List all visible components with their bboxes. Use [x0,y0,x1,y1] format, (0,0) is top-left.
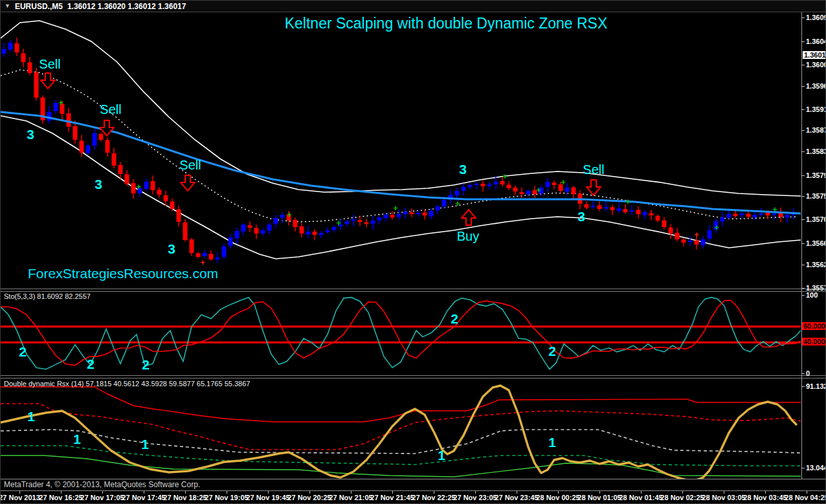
candle-body [254,228,259,234]
pane-splitter[interactable] [1,375,826,378]
candle-body [125,174,129,184]
time-label: 27 Nov 2013 [0,494,40,501]
time-label: 28 Nov 00:25 [536,494,579,501]
candle-body [144,182,149,189]
candle-body [326,230,330,232]
candle-body [196,253,201,257]
candle-body [34,72,39,98]
price-axis-label: 1.35835 [806,148,826,155]
candle-body [436,206,440,210]
price-axis-label: 1.35750 [806,192,826,200]
axis-separator [801,12,802,479]
time-label: 28 Nov 03:05 [702,494,745,501]
candle-body [610,207,615,210]
plus-marker-icon: + [714,223,719,232]
candle-body [397,214,401,217]
time-label: 27 Nov 17:05 [80,494,124,501]
candle-body [99,134,104,140]
candle-body [8,43,13,50]
candle-body [416,213,421,214]
candle-body [235,231,240,238]
candle-body [746,214,751,217]
candle-body [274,218,278,224]
chevron-down-icon[interactable]: ▼ [5,3,10,9]
price-axis-label: 1.35705 [806,215,826,223]
candle-body [21,53,26,62]
plus-marker-icon: + [136,182,141,192]
rsx-upper-dashed-line [1,404,801,450]
candle-body [526,191,531,194]
sto-pane-label: Sto(5,3,3) 81.6092 82.2557 [4,292,91,300]
pane-border [1,479,826,479]
candle-body [740,214,744,215]
plus-marker-icon: + [625,197,631,206]
candle-body [565,188,570,192]
chart-title: Keltner Scalping with double Dynamic Zon… [285,15,608,32]
time-label: 27 Nov 22:25 [412,494,455,501]
candle-body [151,181,155,190]
candle-body [86,146,91,153]
time-label: 27 Nov 16:25 [39,494,82,501]
candle-body [669,228,673,234]
sto-main-line [1,298,801,369]
time-label: 28 Nov 01:05 [577,494,621,501]
symbol-bar[interactable]: ▼ EURUSD.,M5 1.36012 1.36020 1.36012 1.3… [1,1,826,12]
main-chart[interactable]: ++++++++++++++ [1,12,801,289]
candle-body [345,221,350,224]
sto-axis-top: 100 [806,291,818,299]
candle-body [209,254,214,259]
candle-body [643,212,647,215]
sto-signal-line [1,300,801,365]
plus-marker-icon: + [694,230,699,239]
candle-body [682,239,686,243]
candle-body [131,183,136,193]
candle-body [487,184,492,186]
stochastic-chart[interactable] [1,292,801,376]
candle-body [597,205,602,209]
candle-body [688,241,693,242]
price-axis-label: 1.35660 [806,239,826,247]
time-label: 28 Nov 03:45 [743,494,787,501]
candle-body [203,253,207,256]
candle-body [47,112,52,121]
plus-marker-icon: + [58,98,63,107]
candle-body [106,140,110,153]
candle-body [753,215,757,217]
rsx-chart[interactable] [1,379,801,479]
plus-marker-icon: + [336,218,341,228]
time-label: 27 Nov 23:45 [495,494,538,501]
candle-body [73,126,78,140]
time-label: 27 Nov 20:25 [287,494,331,501]
price-axis-label: 1.35915 [806,105,826,113]
candle-body [429,211,434,216]
time-label: 28 Nov 04:25 [785,494,826,501]
candle-body [261,230,265,234]
candle-body [112,153,117,166]
candle-body [216,257,220,259]
candle-body [319,233,324,235]
candle-body [80,140,84,153]
rsx-middle-dashed-line [1,430,801,454]
candle-body [390,215,395,217]
time-axis[interactable]: 27 Nov 201327 Nov 16:2527 Nov 17:0527 No… [1,490,826,504]
candle-body [481,184,486,186]
symbol-ohlc: 1.36012 1.36020 1.36012 1.36017 [67,2,186,11]
candle-body [93,133,97,146]
candle-body [164,195,168,201]
candle-body [67,113,71,127]
candle-body [313,232,317,235]
rsx-axis-bottom: 13.0449 [806,464,826,472]
candle-body [280,215,285,217]
candle-body [229,237,233,246]
candle-body [623,209,628,212]
candle-body [364,223,369,224]
time-label: 27 Nov 19:45 [246,494,289,501]
candle-body [293,220,298,227]
candle-body [462,187,466,191]
candle-body [190,239,194,253]
candle-body [585,204,589,208]
time-label: 27 Nov 17:45 [122,494,165,501]
candle-body [118,165,123,174]
plus-marker-icon: + [561,177,566,187]
time-label: 28 Nov 01:45 [619,494,662,501]
